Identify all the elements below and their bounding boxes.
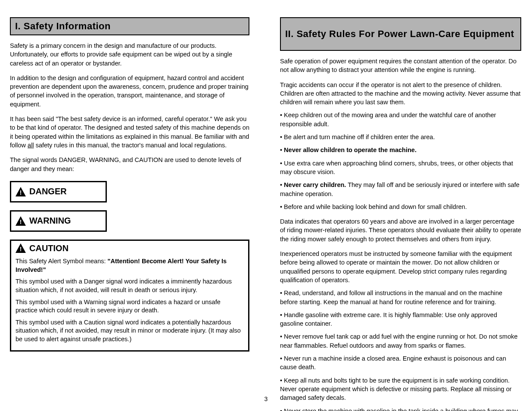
danger-text: DANGER bbox=[29, 187, 67, 196]
caution-box: ! CAUTION This Safety Alert Symbol means… bbox=[10, 240, 249, 352]
bullet-item: • Never allow children to operate the ma… bbox=[280, 146, 521, 154]
paragraph: Data indicates that operators 60 years a… bbox=[280, 217, 521, 243]
bullet-item: • Never store the machine with gasoline … bbox=[280, 407, 521, 411]
alert-triangle-icon: ! bbox=[16, 243, 26, 253]
page-number: 3 bbox=[264, 395, 268, 402]
bullet-item: • Use extra care when approaching blind … bbox=[280, 159, 521, 177]
paragraph: The signal words DANGER, WARNING, and CA… bbox=[10, 156, 249, 173]
paragraph: Inexperienced operators must be instruct… bbox=[280, 249, 521, 284]
paragraph: In addition to the design and configurat… bbox=[10, 74, 249, 109]
paragraph: Safety is a primary concern in the desig… bbox=[10, 41, 249, 68]
caution-label: ! CAUTION bbox=[16, 243, 68, 253]
bullet-item: • Never remove fuel tank cap or add fuel… bbox=[280, 332, 521, 350]
warning-box: ! WARNING bbox=[10, 210, 107, 232]
bullet-item: • Be alert and turn machine off if child… bbox=[280, 133, 521, 141]
caution-paragraph: This symbol used with a Danger signal wo… bbox=[16, 277, 244, 294]
svg-text:!: ! bbox=[20, 218, 22, 225]
caution-text: CAUTION bbox=[29, 243, 68, 253]
paragraph: It has been said "The best safety device… bbox=[10, 115, 249, 149]
caution-body: This Safety Alert Symbol means: "Attenti… bbox=[16, 257, 244, 343]
bullet-item: • Handle gasoline with extreme care. It … bbox=[280, 311, 521, 328]
bold-text: Never carry children. bbox=[284, 181, 346, 188]
paragraph: Safe operation of power equipment requir… bbox=[280, 57, 521, 75]
svg-text:!: ! bbox=[20, 246, 22, 252]
section-header-safety-info: I. Safety Information bbox=[10, 17, 249, 35]
svg-text:!: ! bbox=[20, 189, 22, 196]
alert-triangle-icon: ! bbox=[16, 216, 26, 226]
text: • bbox=[280, 146, 284, 153]
paragraph: Tragic accidents can occur if the operat… bbox=[280, 81, 521, 107]
bullet-item: • Read, understand, and follow all instr… bbox=[280, 289, 521, 306]
left-column: I. Safety Information Safety is a primar… bbox=[10, 17, 249, 352]
caution-paragraph: This symbol used with a Warning signal w… bbox=[16, 298, 244, 315]
danger-label: ! DANGER bbox=[16, 187, 67, 196]
right-column: II. Safety Rules For Power Lawn-Care Equ… bbox=[280, 17, 521, 411]
section-header-safety-rules: II. Safety Rules For Power Lawn-Care Equ… bbox=[280, 17, 521, 51]
warning-text: WARNING bbox=[29, 216, 71, 226]
bullet-item: • Before and while backing look behind a… bbox=[280, 202, 521, 211]
bullet-item: • Keep all nuts and bolts tight to be su… bbox=[280, 376, 521, 402]
bullet-item: • Never carry children. They may fall of… bbox=[280, 181, 521, 198]
warning-label: ! WARNING bbox=[16, 216, 71, 226]
text: • bbox=[280, 181, 284, 188]
danger-box: ! DANGER bbox=[10, 181, 107, 202]
bold-text: Never allow children to operate the mach… bbox=[284, 146, 417, 153]
alert-triangle-icon: ! bbox=[16, 187, 26, 196]
bullet-item: • Keep children out of the mowing area a… bbox=[280, 111, 521, 128]
document-page: I. Safety Information Safety is a primar… bbox=[0, 0, 532, 411]
caution-paragraph: This Safety Alert Symbol means: "Attenti… bbox=[16, 257, 244, 274]
text: safety rules in this manual, the tractor… bbox=[34, 142, 227, 149]
caution-paragraph: This symbol used with a Caution signal w… bbox=[16, 318, 244, 344]
bullet-item: • Never run a machine inside a closed ar… bbox=[280, 354, 521, 372]
text: This Safety Alert Symbol means: bbox=[16, 258, 108, 265]
underlined-text: all bbox=[28, 142, 34, 149]
